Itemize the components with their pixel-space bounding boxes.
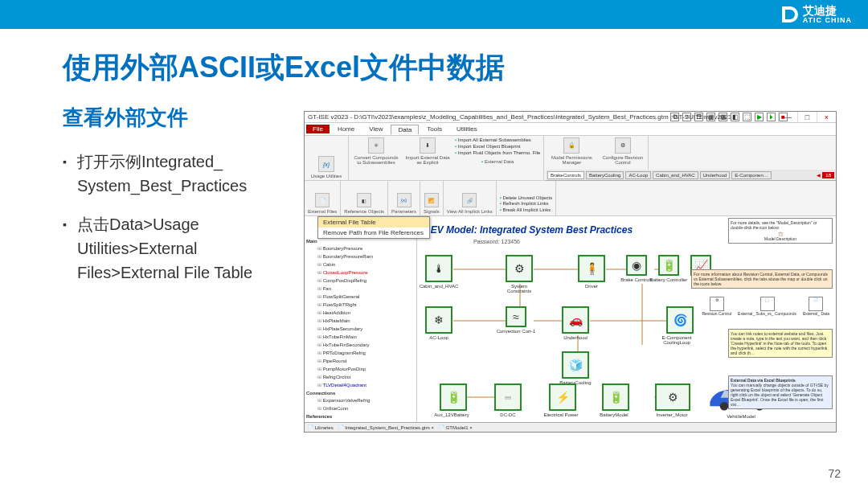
tree-item[interactable]: HxPlateSecondary (306, 325, 415, 333)
tree-item[interactable]: CompPosDispRefrig (306, 277, 415, 285)
tree-item[interactable]: ExpansionValveRefrig (306, 396, 415, 404)
play-all-icon[interactable]: ⏵ (767, 113, 776, 121)
rev-ctrl-label: Configure Revision Control (600, 155, 645, 165)
dropdown-menu: External File Table Remove Path from Fil… (317, 216, 430, 239)
menu-external-file-table[interactable]: External File Table (318, 217, 429, 228)
comp-inverter[interactable]: ⚙ (655, 383, 690, 411)
comp-system-constraints[interactable]: ⚙ (506, 255, 533, 282)
qa-icon[interactable]: ⬚ (743, 113, 751, 121)
revision-control-button[interactable]: ⚙ (615, 137, 631, 154)
tree-item[interactable]: BoundaryPressureRam (306, 252, 415, 260)
canvas-tab[interactable]: E-Componen… (731, 171, 771, 179)
link-ext-data[interactable]: 📄External_ Data (803, 297, 829, 316)
link-import-sub[interactable]: Import All External Subassemblies (455, 137, 540, 144)
qa-icon[interactable]: ☰ (694, 113, 703, 121)
comp-aux-12v[interactable]: 🔋 (440, 383, 467, 411)
tree-item[interactable]: PumpMotorPosDisp (306, 365, 415, 373)
tree-item[interactable]: ClosedLoopPressure (306, 269, 415, 277)
comp-underhood[interactable]: 🚗 (562, 306, 589, 334)
grp-signals[interactable]: 📶Signals (420, 181, 444, 215)
tree-item[interactable]: OrificeConn (306, 404, 415, 412)
bottom-tab[interactable]: GTModel1 × (439, 424, 473, 430)
info-orange: For more information about Revision Cont… (691, 269, 833, 289)
grp-params[interactable]: {x}Parameters (388, 181, 420, 215)
tree-item[interactable]: Fan (306, 285, 415, 293)
qa-icon[interactable]: ▦ (719, 113, 727, 121)
grp-ref-obj[interactable]: ◧Reference Objects (341, 181, 388, 215)
comp-batcool[interactable]: 🧊 (562, 351, 589, 379)
qa-icon[interactable]: ⚙ (670, 113, 679, 121)
bottom-tab[interactable]: Libraries (308, 424, 334, 430)
tree-item[interactable]: FlowSplitTRight (306, 301, 415, 309)
tab-utilities[interactable]: Utilities (450, 125, 484, 133)
import-label: Import External Data as Explicit (403, 155, 452, 165)
canvas-tab[interactable]: Underhood (700, 171, 731, 179)
comp-driver[interactable]: 🧍 (578, 255, 605, 282)
qa-icon[interactable]: ▦ (706, 113, 715, 121)
comp-brake[interactable]: ◉ (626, 255, 647, 276)
usage-utilities-button[interactable]: {x} (318, 156, 334, 172)
break-links-button[interactable]: Break All Implicit Links (500, 207, 552, 214)
tree-item[interactable]: HxPlateMain (306, 317, 415, 325)
comp-convection[interactable]: ≈ (506, 306, 526, 327)
brand-logo: 艾迪捷 ATIC CHINA (779, 5, 852, 24)
tree-item[interactable]: HxTubeFinMain (306, 333, 415, 341)
grp-view-all[interactable]: 🔗View All Implicit Links (444, 181, 497, 215)
workspace: Main BoundaryPressureBoundaryPressureRam… (305, 216, 836, 422)
tree-panel: Main BoundaryPressureBoundaryPressureRam… (305, 216, 417, 422)
tree-item[interactable]: TLVDetail4Quadrant (306, 381, 415, 389)
canvas-tab[interactable]: Cabin_and_HVAC (653, 171, 698, 179)
close-button[interactable]: × (817, 112, 836, 123)
param-icon: {x} (397, 193, 411, 207)
stop-icon[interactable]: ■ (779, 113, 788, 121)
convert-label: Convert Compounds to Subassemblies (352, 155, 400, 165)
refresh-links-button[interactable]: Refresh Implicit Links (500, 201, 552, 207)
comp-dcdc[interactable]: ⎓ (494, 383, 522, 411)
canvas-tab[interactable]: BrakeControls (547, 171, 584, 179)
tree-item[interactable]: BoundaryPressure (306, 244, 415, 252)
link-ext-subs[interactable]: ⬚External_ Subs_vs_ Compounds (738, 297, 796, 316)
tree-item[interactable]: PRToDiagramRefrig (306, 349, 415, 357)
tree-item[interactable]: RefrigCircInit (306, 373, 415, 381)
comp-battery-ctrl[interactable]: 🔋 (658, 255, 679, 276)
slide-topbar: 艾迪捷 ATIC CHINA (0, 0, 868, 29)
bottom-tab[interactable]: Integrated_System_Best_Practices.gtm × (338, 424, 434, 430)
canvas-tab[interactable]: BatteryCooling (586, 171, 624, 179)
comp-ecool[interactable]: 🌀 (666, 306, 694, 334)
delete-unused-button[interactable]: Delete Unused Objects (500, 195, 552, 202)
model-permissions-button[interactable]: 🔒 (563, 137, 579, 154)
link-import-excel[interactable]: Import Excel Object Blueprint (455, 144, 540, 150)
tree-item[interactable]: PipeRound (306, 357, 415, 365)
tab-tools[interactable]: Tools (420, 125, 448, 133)
file-tab[interactable]: File (306, 125, 330, 133)
tree-item[interactable]: HxTubeFinSecondary (306, 341, 415, 349)
tab-data[interactable]: Data (391, 125, 419, 134)
comp-ac-loop[interactable]: ❄ (425, 306, 452, 334)
tree-item[interactable]: Cabin (306, 260, 415, 269)
link-rev-control[interactable]: ⚙Revision Control (702, 297, 731, 316)
ribbon-group-usage: {x} Usage Utilities (305, 136, 349, 180)
comp-batmodel[interactable]: 🔋 (602, 383, 629, 411)
canvas-tab[interactable]: AC-Loop (625, 171, 651, 179)
tab-view[interactable]: View (362, 125, 389, 133)
tree-connections[interactable]: Connections (306, 391, 415, 396)
link-import-fluid[interactable]: Import Fluid Objects from Thermo. File (455, 150, 540, 157)
tree-references[interactable]: References (306, 414, 415, 419)
tab-home[interactable]: Home (331, 125, 361, 133)
play-icon[interactable]: ▶ (755, 113, 764, 121)
ext-data-label: External Data (455, 159, 540, 166)
tree-item[interactable]: HeatAddition (306, 309, 415, 317)
comp-cabin-hvac[interactable]: 🌡 (425, 255, 452, 282)
model-canvas[interactable]: BEV Model: Integrated System Best Practi… (417, 216, 836, 422)
qa-icon[interactable]: ◧ (731, 113, 739, 121)
grp-ext-files[interactable]: 📄External Files (305, 181, 341, 215)
maximize-button[interactable]: □ (797, 112, 817, 123)
comp-epower[interactable]: ⚡ (549, 383, 576, 411)
tree-root[interactable]: Main (306, 239, 415, 244)
tree-item[interactable]: FlowSplitGeneral (306, 293, 415, 301)
convert-compounds-button[interactable]: ⚛ (368, 137, 384, 154)
qa-icon[interactable]: ? (682, 113, 691, 121)
bottom-tab-bar: Libraries Integrated_System_Best_Practic… (305, 422, 836, 432)
menu-remove-path[interactable]: Remove Path from File References (318, 228, 429, 238)
import-external-button[interactable]: ⬇ (420, 137, 436, 154)
